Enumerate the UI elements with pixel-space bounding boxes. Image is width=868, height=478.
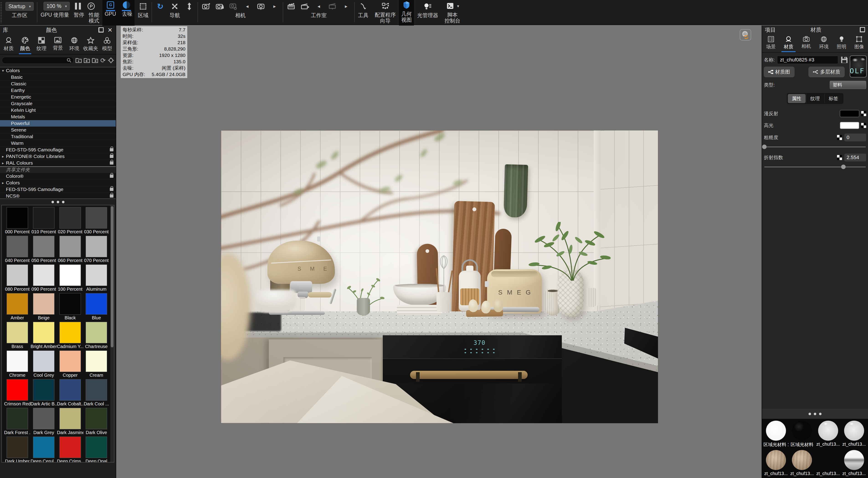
chevron-down-icon[interactable]: ▾: [457, 3, 459, 9]
tab-environment[interactable]: 环境: [815, 35, 833, 52]
color-swatch[interactable]: Dark Cobalt...: [57, 379, 83, 407]
tab-image[interactable]: 图像: [850, 35, 868, 52]
ior-slider-thumb[interactable]: [841, 165, 846, 169]
color-swatch[interactable]: Chrome: [4, 350, 31, 378]
tab-textures[interactable]: 纹理: [33, 35, 50, 54]
color-swatch[interactable]: 060 Percent: [57, 236, 83, 263]
panel-splitter[interactable]: [762, 409, 868, 419]
tab-favorites[interactable]: 收藏夹: [83, 35, 99, 54]
color-swatch[interactable]: Chartreuse: [83, 322, 110, 349]
roughness-slider[interactable]: [764, 144, 866, 149]
performance-mode-button[interactable]: P: [86, 1, 96, 11]
diffuse-texture-icon[interactable]: [861, 111, 866, 116]
expander-icon[interactable]: ▸: [0, 161, 6, 165]
tree-item[interactable]: Metals: [0, 113, 116, 120]
scene-material-thumb[interactable]: zt_chuf13...: [815, 421, 841, 448]
color-swatch[interactable]: Crimson Red: [4, 379, 31, 407]
color-swatch[interactable]: Dark Jasmine: [57, 408, 83, 435]
subtab-textures[interactable]: 纹理: [806, 94, 824, 103]
script-console-button[interactable]: [445, 1, 456, 11]
next-camera-button[interactable]: ▸: [270, 2, 280, 11]
expander-icon[interactable]: ▸: [0, 181, 6, 185]
reset-camera-button[interactable]: ↻: [155, 2, 165, 11]
geometry-view-button[interactable]: [401, 0, 411, 10]
specular-color-swatch[interactable]: [840, 122, 859, 129]
color-swatch[interactable]: Dark Cool ...: [83, 379, 110, 407]
color-swatch[interactable]: Bright Amber: [31, 322, 57, 349]
studio-button[interactable]: [286, 2, 297, 11]
expander-icon[interactable]: ▸: [0, 154, 6, 159]
color-swatch[interactable]: 090 Percent: [31, 265, 57, 292]
panel-splitter[interactable]: [0, 199, 116, 205]
add-camera-button[interactable]: [201, 2, 211, 11]
color-swatch[interactable]: 000 Percent: [4, 207, 31, 234]
color-swatch[interactable]: Aluminum: [83, 265, 110, 292]
toolbar-drag-handle[interactable]: [0, 1, 2, 23]
color-swatch[interactable]: 080 Percent: [4, 265, 31, 292]
color-swatch[interactable]: 070 Percent: [83, 236, 110, 263]
tree-item[interactable]: ▸Colors: [0, 180, 116, 186]
pause-button[interactable]: [73, 1, 83, 11]
color-swatch[interactable]: Beige: [31, 293, 57, 320]
color-swatch[interactable]: Dark Forest ...: [4, 408, 31, 435]
material-type-select[interactable]: 塑料: [830, 81, 866, 89]
prev-studio-button[interactable]: ◂: [314, 2, 324, 11]
tree-item[interactable]: Classic: [0, 80, 116, 87]
material-name-field[interactable]: zt_chuf0825 #3: [777, 56, 838, 64]
tree-item[interactable]: NCS®: [0, 193, 116, 199]
scene-material-thumb[interactable]: 区域光材料: [789, 421, 815, 448]
color-swatch[interactable]: Cream: [83, 350, 110, 378]
roughness-slider-thumb[interactable]: [762, 144, 767, 149]
pan-button[interactable]: [170, 2, 180, 11]
color-swatch[interactable]: Brass: [4, 322, 31, 349]
material-graph-button[interactable]: 材质图: [764, 67, 795, 77]
ior-value-field[interactable]: 2.554: [844, 153, 866, 161]
light-manager-button[interactable]: [423, 2, 433, 11]
link-camera-button[interactable]: [228, 2, 239, 11]
close-icon[interactable]: ✕: [107, 27, 113, 33]
color-swatch[interactable]: 040 Percent: [4, 236, 31, 263]
save-material-button[interactable]: [840, 56, 848, 64]
color-swatch[interactable]: Deep Cerul...: [31, 437, 57, 463]
tab-scene[interactable]: 场景: [762, 35, 780, 52]
tab-colors[interactable]: 颜色: [17, 35, 33, 54]
ior-texture-icon[interactable]: [837, 155, 842, 160]
tree-item[interactable]: Coloro®: [0, 173, 116, 180]
color-swatch[interactable]: Blue: [83, 293, 110, 320]
gpu-toggle-button[interactable]: G: [105, 0, 116, 10]
color-swatch[interactable]: 010 Percent: [31, 207, 57, 234]
tab-material[interactable]: 材质: [780, 35, 798, 52]
denoise-toggle-button[interactable]: [121, 0, 131, 10]
diffuse-color-swatch[interactable]: [840, 110, 859, 117]
add-studio-button[interactable]: [300, 2, 310, 11]
undock-icon[interactable]: [859, 27, 865, 33]
prev-camera-button[interactable]: ◂: [242, 2, 252, 11]
scene-material-thumb[interactable]: zt_chuf13...: [763, 450, 789, 476]
specular-texture-icon[interactable]: [861, 123, 866, 128]
tree-item[interactable]: ▾Colors: [0, 67, 116, 74]
tree-item[interactable]: ▸RAL Colours: [0, 160, 116, 166]
tree-item[interactable]: FED-STD-595 Camouflage: [0, 146, 116, 153]
color-swatch[interactable]: 030 Percent: [83, 207, 110, 234]
color-swatch[interactable]: 050 Percent: [31, 236, 57, 263]
scrollbar-thumb[interactable]: [111, 206, 114, 347]
scene-material-thumb[interactable]: zt_chuf13...: [789, 450, 815, 476]
dolly-button[interactable]: [184, 2, 194, 11]
tab-models[interactable]: 模型: [99, 35, 115, 54]
tab-backplates[interactable]: 背景: [50, 35, 66, 54]
render-image[interactable]: 370 S M E: [221, 130, 658, 423]
tab-environments[interactable]: 环境: [66, 35, 83, 54]
refresh-library-button[interactable]: ⟳: [100, 57, 106, 64]
color-swatch[interactable]: Dark Artic B...: [31, 379, 57, 407]
color-swatch[interactable]: Cool Grey: [31, 350, 57, 378]
color-swatch[interactable]: 020 Percent: [57, 207, 83, 234]
lock-camera-button[interactable]: [215, 2, 225, 11]
tree-item[interactable]: Serene: [0, 127, 116, 133]
undock-icon[interactable]: [98, 27, 104, 33]
material-preview[interactable]: OLF: [850, 56, 867, 77]
next-studio-button[interactable]: ▸: [341, 2, 351, 11]
color-swatch[interactable]: Deep Opal: [83, 437, 110, 463]
viewport-canvas[interactable]: 每秒采样:7.7 时间:32s 采样值:218 三角形:8,828,290 资源…: [117, 26, 762, 478]
gpu-usage-select[interactable]: 100 % ▾: [43, 2, 70, 10]
color-swatch[interactable]: Dark Olive: [83, 408, 110, 435]
